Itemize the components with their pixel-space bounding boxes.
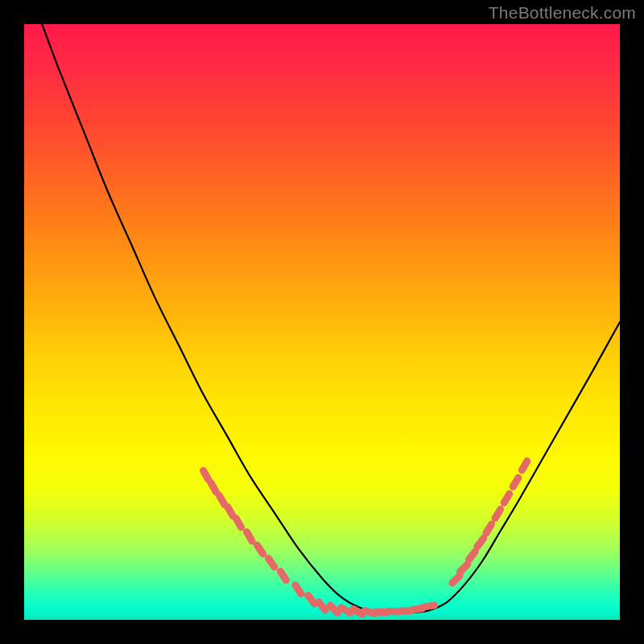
dash-marks xyxy=(203,461,526,614)
dash-mark xyxy=(308,596,315,604)
dash-mark xyxy=(469,551,476,559)
dash-mark xyxy=(257,545,262,554)
dash-mark xyxy=(219,496,224,505)
dash-mark xyxy=(424,605,435,607)
dash-mark xyxy=(203,471,208,480)
dash-mark xyxy=(504,493,510,502)
dash-mark xyxy=(268,559,274,568)
dash-mark xyxy=(486,524,492,533)
dash-mark xyxy=(295,585,301,594)
dash-mark xyxy=(341,608,350,613)
dash-mark xyxy=(460,564,468,572)
chart-frame: TheBottleneck.com xyxy=(0,0,644,644)
dash-mark xyxy=(319,602,325,610)
dash-mark xyxy=(353,609,362,614)
dash-mark xyxy=(247,532,252,541)
dash-mark xyxy=(452,576,460,583)
dash-mark xyxy=(330,605,337,613)
main-curve xyxy=(42,24,620,613)
dash-mark xyxy=(228,507,233,516)
dash-mark xyxy=(522,461,526,470)
dash-mark xyxy=(513,477,518,486)
plot-area xyxy=(24,24,620,620)
dash-mark xyxy=(477,539,484,547)
chart-svg xyxy=(24,24,620,620)
watermark-text: TheBottleneck.com xyxy=(489,3,636,23)
dash-mark xyxy=(211,483,216,492)
dash-mark xyxy=(495,510,501,518)
dash-mark xyxy=(236,518,241,527)
dash-mark xyxy=(280,572,286,580)
